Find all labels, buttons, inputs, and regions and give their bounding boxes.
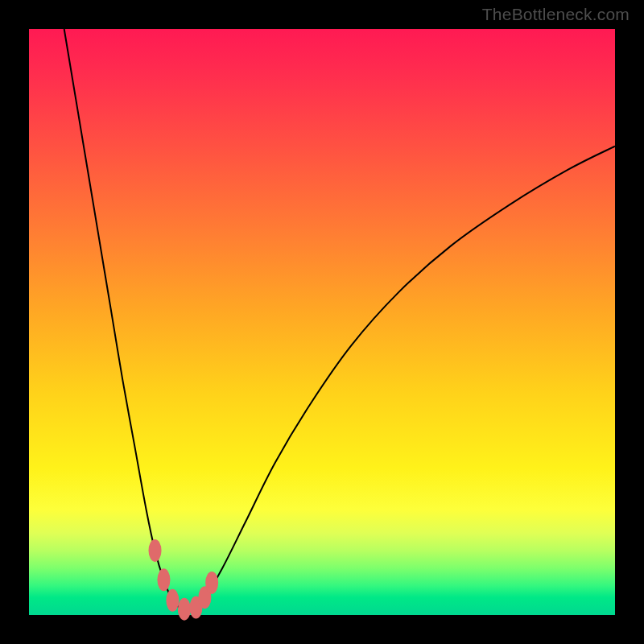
bottleneck-curve bbox=[64, 29, 615, 612]
marker-dot bbox=[149, 539, 162, 562]
curve-markers bbox=[149, 539, 219, 621]
chart-svg bbox=[29, 29, 615, 615]
chart-frame: TheBottleneck.com bbox=[0, 0, 644, 644]
watermark-text: TheBottleneck.com bbox=[482, 5, 630, 24]
marker-dot bbox=[178, 598, 191, 621]
marker-dot bbox=[157, 568, 170, 591]
marker-dot bbox=[166, 589, 179, 612]
marker-dot bbox=[205, 572, 218, 594]
